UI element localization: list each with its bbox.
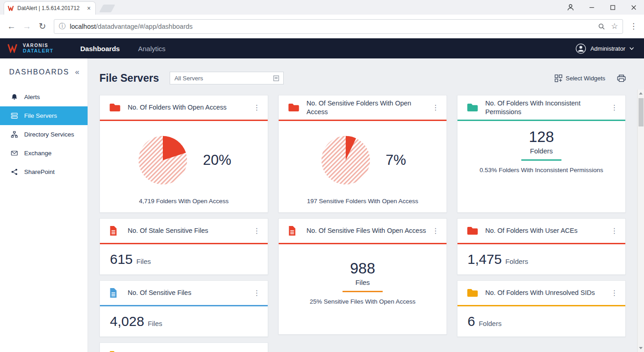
dashboard-main: File Servers All Servers Select Widgets xyxy=(88,58,644,352)
page-title: File Servers xyxy=(99,72,159,84)
window-controls xyxy=(560,0,644,15)
server-filter-value: All Servers xyxy=(174,75,273,82)
dashboard-toolbar: File Servers All Servers Select Widgets xyxy=(88,58,644,89)
scroll-up-icon[interactable] xyxy=(639,92,643,95)
widget-menu-icon[interactable]: ⋮ xyxy=(608,226,621,236)
server-filter-dropdown[interactable]: All Servers xyxy=(170,72,284,84)
nav-analytics[interactable]: Analytics xyxy=(129,38,175,58)
directory-icon xyxy=(11,131,18,138)
widget-card-sensitive-files: No. Of Sensitive Files ⋮ 4,028 Files xyxy=(99,280,268,337)
sidebar-item-label: File Servers xyxy=(24,112,57,119)
folder-icon xyxy=(467,288,479,298)
sidebar-item-alerts[interactable]: Alerts xyxy=(0,88,88,106)
url-text: localhost/datadvantage/#/app/dashboards xyxy=(70,23,192,30)
sidebar-item-sharepoint[interactable]: SharePoint xyxy=(0,163,88,181)
widget-menu-icon[interactable]: ⋮ xyxy=(608,102,621,113)
scrollbar-thumb[interactable] xyxy=(639,98,644,126)
sidebar-item-label: Alerts xyxy=(24,94,40,100)
accent-divider xyxy=(521,159,561,161)
widget-menu-icon[interactable]: ⋮ xyxy=(608,288,621,298)
sidebar-item-file-servers[interactable]: File Servers xyxy=(0,106,88,125)
folder-icon xyxy=(467,226,479,236)
browser-profile-icon[interactable] xyxy=(560,0,581,15)
user-name: Administrator xyxy=(590,45,625,52)
widget-column-2: No. Of Sensitive Folders With Open Acces… xyxy=(278,95,447,335)
widget-unit: Files xyxy=(355,278,370,286)
sharepoint-icon xyxy=(11,168,18,175)
widget-menu-icon[interactable]: ⋮ xyxy=(250,226,263,236)
folder-icon xyxy=(109,103,121,112)
app-nav: Dashboards Analytics xyxy=(71,38,175,58)
sidebar-title: DASHBOARDS xyxy=(9,68,73,76)
widget-card-folders-user-aces: No. Of Folders With User ACEs ⋮ 1,475 Fo… xyxy=(457,218,626,275)
zoom-icon[interactable] xyxy=(598,23,605,30)
bookmark-star-icon[interactable]: ☆ xyxy=(611,21,618,31)
brand-datalert: DATALERT xyxy=(23,48,53,54)
scroll-down-icon[interactable] xyxy=(639,347,643,349)
nav-dashboards[interactable]: Dashboards xyxy=(71,38,129,58)
widget-value: 4,028 xyxy=(110,314,144,329)
percent-label: 7% xyxy=(386,152,406,168)
new-tab-button[interactable] xyxy=(99,5,115,12)
widget-menu-icon[interactable]: ⋮ xyxy=(250,102,263,113)
widget-menu-icon[interactable]: ⋮ xyxy=(429,102,442,113)
widget-unit: Folders xyxy=(479,320,502,327)
widget-caption: 25% Sensitive Files With Open Access xyxy=(303,298,422,305)
widget-grid: No. Of Folders With Open Access ⋮ 20% xyxy=(88,89,644,352)
widget-card-unresolved-sids: No. Of Folders With Unresolved SIDs ⋮ 6 … xyxy=(457,280,626,337)
widget-title: No. Of Folders With Inconsistent Permiss… xyxy=(485,99,605,116)
scrollbar[interactable] xyxy=(637,89,644,352)
print-button[interactable] xyxy=(617,74,626,82)
page-info-icon[interactable]: ⓘ xyxy=(59,22,66,31)
select-widgets-button[interactable]: Select Widgets xyxy=(555,74,605,82)
widget-title: No. Of Folders With User ACEs xyxy=(485,226,577,235)
user-menu[interactable]: Administrator xyxy=(576,43,644,54)
browser-tab[interactable]: DatAlert | 1.5.614.201712 × xyxy=(4,1,96,15)
percent-label: 20% xyxy=(203,152,231,168)
widget-card-inconsistent-permissions: No. Of Folders With Inconsistent Permiss… xyxy=(457,95,626,213)
widget-menu-icon[interactable]: ⋮ xyxy=(429,226,442,236)
widget-title: No. Of Stale Sensitive Files xyxy=(128,226,208,235)
sidebar-collapse-icon[interactable]: « xyxy=(73,68,81,77)
widget-caption: 4,719 Folders With Open Access xyxy=(100,198,268,212)
widget-unit: Files xyxy=(148,320,162,327)
tab-close-icon[interactable]: × xyxy=(86,5,92,11)
maximize-icon[interactable] xyxy=(602,0,623,15)
forward-icon[interactable]: → xyxy=(19,19,35,34)
folder-icon xyxy=(109,350,121,352)
sidebar-item-exchange[interactable]: Exchange xyxy=(0,144,88,163)
app-header: VARONIS DATALERT Dashboards Analytics Ad… xyxy=(0,38,644,58)
widget-value: 1,475 xyxy=(467,252,502,267)
widget-value: 6 xyxy=(467,314,475,329)
widget-value: 988 xyxy=(350,260,375,277)
minimize-icon[interactable] xyxy=(581,0,602,15)
varonis-favicon xyxy=(8,5,14,11)
widget-card-partial xyxy=(99,342,268,352)
browser-menu-icon[interactable]: ⋮ xyxy=(627,19,640,34)
widget-menu-icon[interactable]: ⋮ xyxy=(250,288,263,298)
tab-title: DatAlert | 1.5.614.201712 xyxy=(17,5,83,11)
browser-toolbar: ← → ↻ ⓘ localhost/datadvantage/#/app/das… xyxy=(0,15,644,38)
reload-icon[interactable]: ↻ xyxy=(35,19,50,34)
folder-icon xyxy=(467,103,479,112)
bell-icon xyxy=(11,94,18,100)
widget-unit: Folders xyxy=(505,257,528,265)
sidebar-item-directory-services[interactable]: Directory Services xyxy=(0,125,88,144)
back-icon[interactable]: ← xyxy=(4,19,19,34)
chevron-down-icon xyxy=(629,47,634,50)
sidebar-item-label: Exchange xyxy=(24,150,52,157)
server-icon xyxy=(11,112,18,119)
widget-card-sensitive-files-open-access: No. Of Sensitive Files With Open Access … xyxy=(278,218,447,335)
dashboards-sidebar: DASHBOARDS « Alerts File Servers xyxy=(0,58,88,352)
widget-column-1: No. Of Folders With Open Access ⋮ 20% xyxy=(99,95,268,352)
widget-unit: Files xyxy=(136,257,151,265)
browser-titlebar: DatAlert | 1.5.614.201712 × xyxy=(0,0,644,15)
widget-card-sensitive-folders-open-access: No. Of Sensitive Folders With Open Acces… xyxy=(278,95,447,213)
address-bar[interactable]: ⓘ localhost/datadvantage/#/app/dashboard… xyxy=(54,19,623,34)
server-filter-icon xyxy=(273,75,279,81)
widget-unit: Folders xyxy=(530,147,553,155)
widget-value: 128 xyxy=(529,128,554,146)
widget-title: No. Of Sensitive Files With Open Access xyxy=(306,226,426,235)
printer-icon xyxy=(617,74,626,82)
close-icon[interactable] xyxy=(623,0,644,15)
